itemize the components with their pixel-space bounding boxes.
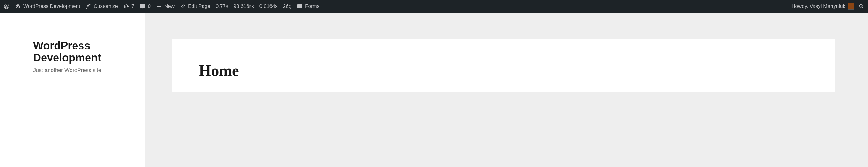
stat-queries[interactable]: 26Q — [283, 3, 291, 9]
greeting-label: Howdy, Vasyl Martyniuk — [792, 3, 845, 9]
plus-icon — [156, 3, 162, 9]
forms-icon — [297, 3, 303, 9]
site-sidebar: WordPress Development Just another WordP… — [0, 13, 145, 167]
edit-page-menu[interactable]: Edit Page — [180, 3, 210, 9]
admin-bar-left: WordPress Development Customize 7 0 — [4, 3, 319, 9]
main-content: WordPress Development Just another WordP… — [0, 13, 868, 167]
site-tagline: Just another WordPress site — [33, 67, 127, 73]
stat-time2[interactable]: 0.0164S — [259, 3, 278, 9]
edit-page-label: Edit Page — [188, 3, 210, 9]
pencil-icon — [180, 3, 186, 9]
user-menu[interactable]: Howdy, Vasyl Martyniuk — [792, 3, 854, 10]
new-label: New — [164, 3, 175, 9]
forms-menu[interactable]: Forms — [297, 3, 319, 9]
stat-time2-value: 0.0164S — [259, 3, 278, 9]
stat-queries-value: 26Q — [283, 3, 291, 9]
stat-memory-value: 93,616KB — [234, 3, 254, 9]
dashboard-icon — [15, 3, 21, 9]
customize-menu[interactable]: Customize — [86, 3, 118, 9]
avatar — [847, 3, 854, 10]
admin-bar: WordPress Development Customize 7 0 — [0, 0, 868, 13]
comments-count-label: 0 — [148, 3, 150, 9]
update-icon — [123, 3, 129, 9]
wordpress-icon — [4, 3, 10, 9]
search-button[interactable] — [858, 3, 864, 9]
search-icon — [858, 3, 864, 9]
stat-time1[interactable]: 0.77S — [216, 3, 228, 9]
site-title[interactable]: WordPress Development — [33, 40, 127, 64]
wordpress-logo-menu[interactable] — [4, 3, 10, 9]
stat-time1-value: 0.77S — [216, 3, 228, 9]
updates-count-label: 7 — [131, 3, 134, 9]
page-card: Home — [172, 39, 835, 92]
forms-label: Forms — [305, 3, 319, 9]
content-area: Home — [145, 13, 868, 167]
stat-memory[interactable]: 93,616KB — [234, 3, 254, 9]
site-name-label: WordPress Development — [23, 3, 80, 9]
brush-icon — [86, 3, 92, 9]
site-name-menu[interactable]: WordPress Development — [15, 3, 80, 9]
new-menu[interactable]: New — [156, 3, 175, 9]
page-title: Home — [199, 62, 808, 79]
customize-label: Customize — [94, 3, 118, 9]
updates-menu[interactable]: 7 — [123, 3, 134, 9]
comments-menu[interactable]: 0 — [140, 3, 150, 9]
admin-bar-right: Howdy, Vasyl Martyniuk — [792, 3, 864, 10]
comment-icon — [140, 3, 146, 9]
